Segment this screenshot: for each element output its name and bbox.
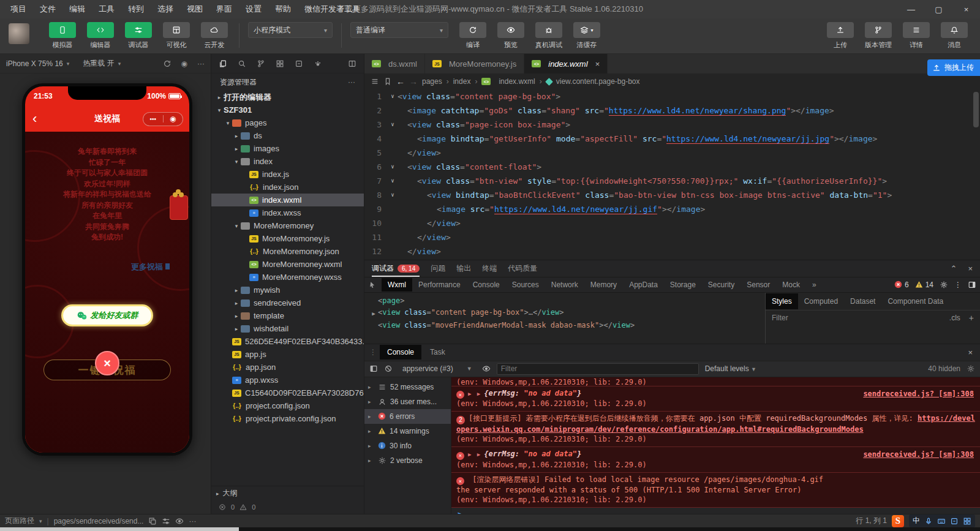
menu-item[interactable]: 视图 [181,2,208,17]
files-icon[interactable] [219,59,227,68]
devtools-tab-sensor[interactable]: Sensor [741,278,776,292]
cls-toggle[interactable]: .cls [949,314,960,322]
more-icon[interactable]: ··· [189,517,196,525]
toolbar-button-cloud[interactable]: 云开发 [198,22,230,50]
devtools-tab-storage[interactable]: Storage [664,278,702,292]
styles-tab-dataset[interactable]: Dataset [844,293,881,309]
devtools-tab-memory[interactable]: Memory [584,278,623,292]
drag-grip-icon[interactable]: ⋮ [369,348,376,356]
tree-item-index.wxss[interactable]: ≡index.wxss [211,206,364,219]
console-prompt[interactable]: > [451,508,980,514]
capsule-menu[interactable]: ••• ◉ [143,112,183,126]
editor-tab-ds.wxml[interactable]: <>ds.wxml [364,54,425,73]
tree-item-template[interactable]: ▸template [211,309,364,322]
menu-item[interactable]: 转到 [123,2,149,17]
styles-tab-styles[interactable]: Styles [766,293,798,309]
tab-debugger[interactable]: 调试器 6, 14 [372,260,420,277]
toolbar-button-phone[interactable]: 模拟器 [47,22,78,50]
source-control-icon[interactable] [257,59,265,68]
breadcrumb-item[interactable]: view.content.page-bg-box [556,77,640,86]
menu-item[interactable]: 工具 [93,2,120,17]
device-select[interactable]: iPhone X 75% 16 [6,59,63,68]
split-editor-icon[interactable] [348,59,356,68]
toolbar-button-eye[interactable]: 预览 [495,22,527,50]
close-console-icon[interactable]: × [968,348,978,357]
toolbar-button-layers[interactable]: ▾清缓存 [571,22,603,50]
eye-icon[interactable] [175,517,184,525]
tree-item-project.config.json[interactable]: {..}project.config.json [211,399,364,412]
tree-item-index[interactable]: ▾index [211,155,364,168]
more-icon[interactable]: ··· [348,78,355,86]
devtools-tab-console[interactable]: Console [467,278,506,292]
tree-item-app.wxss[interactable]: ≡app.wxss [211,374,364,386]
tree-item-app.js[interactable]: JSapp.js [211,348,364,361]
tab-overflow-icon[interactable]: » [807,281,821,289]
wxml-tree-node[interactable]: <page> [369,295,765,307]
menu-item[interactable]: 帮助 [270,2,296,17]
tree-item-sendreceived[interactable]: ▸sendreceived [211,296,364,309]
sogou-input-logo[interactable]: S [892,515,904,527]
tree-item-MoreMoremoney.js[interactable]: JSMoreMoremoney.js [211,232,364,245]
microphone-icon[interactable] [924,517,933,525]
panel-tab-输出[interactable]: 输出 [456,263,471,274]
outline-list-icon[interactable] [371,77,379,86]
tree-item-[interactable]: ▸打开的编辑器 [211,91,364,104]
tree-item-MoreMoremoney.wxss[interactable]: ≡MoreMoremoney.wxss [211,271,364,284]
capsule-close-icon[interactable]: ◉ [170,115,176,123]
tree-item-SZF301[interactable]: ▾SZF301 [211,104,364,116]
dock-panel-icon[interactable] [968,281,976,289]
back-icon[interactable]: ‹ [32,112,37,126]
scrollbar[interactable] [973,92,979,127]
source-link[interactable]: sendreceived.js? [sm]:308 [863,389,974,399]
devtools-tab-mock[interactable]: Mock [776,278,806,292]
devtools-tab-performance[interactable]: Performance [412,278,467,292]
styles-filter-input[interactable]: Filter [772,314,788,322]
copy-icon[interactable] [148,517,157,525]
tree-item-MoreMoremoney.json[interactable]: {..}MoreMoremoney.json [211,245,364,258]
share-button[interactable]: 发给好友或群 [61,304,153,326]
maximize-button[interactable]: ▢ [925,0,952,18]
toolbar-button-layout[interactable]: 可视化 [160,22,192,50]
console-filter-info[interactable]: ▸30 info [364,439,451,453]
collapse-panel-icon[interactable]: ⌃ [951,264,957,273]
bookmark-icon[interactable] [383,77,392,86]
compile-select[interactable]: 普通编译▾ [350,22,448,38]
toolbar-button-branch[interactable]: 版本管理 [862,22,894,50]
styles-tab-component-data[interactable]: Component Data [881,293,949,309]
menu-item[interactable]: 编辑 [64,2,91,17]
wxml-element-tree[interactable]: <page>▶<view class="content page-bg-box"… [364,293,766,344]
eye-icon[interactable] [482,364,491,373]
avatar[interactable] [9,23,29,44]
minimize-button[interactable]: — [897,0,925,18]
close-button[interactable]: × [952,0,980,18]
tree-item-pages[interactable]: ▾pages [211,116,364,129]
toolbar-button-bell[interactable]: 消息 [938,22,970,50]
menu-item[interactable]: 选择 [152,2,179,17]
editor-tab-MoreMoremoney.js[interactable]: JSMoreMoremoney.js [425,54,524,73]
kebab-menu-icon[interactable]: ⋮ [954,281,962,289]
toolbar-button-upload[interactable]: 上传 [824,22,856,50]
wxml-tree-node[interactable]: ▶<view class="content page-bg-box">…</vi… [369,307,765,320]
add-style-icon[interactable]: + [969,313,974,323]
styles-tab-computed[interactable]: Computed [798,293,844,309]
toolbar-button-list[interactable]: 详情 [900,22,932,50]
hot-reload-toggle[interactable]: 热重载 开 [83,58,114,69]
tree-item-images[interactable]: ▸images [211,142,364,155]
console-filter-input[interactable] [497,363,699,375]
close-tab-icon[interactable]: × [595,59,600,69]
clear-console-icon[interactable] [384,364,393,373]
tree-item-ds[interactable]: ▸ds [211,129,364,142]
devtools-tab-wxml[interactable]: Wxml [382,278,412,292]
devtools-tab-appdata[interactable]: AppData [623,278,664,292]
console-tab-task[interactable]: Task [423,345,453,360]
compile-condition-icon[interactable] [162,517,170,525]
more-icon[interactable]: ··· [197,59,205,68]
code-editor[interactable]: 1∨<view class="content page-bg-box">2<im… [364,89,980,260]
menu-item[interactable]: 界面 [211,2,238,17]
extensions-icon[interactable] [276,59,284,68]
console-filter-warning[interactable]: ▸14 warnings [364,424,451,439]
record-icon[interactable]: ◉ [181,59,187,68]
tree-item-index.wxml[interactable]: <>index.wxml [211,194,364,206]
panel-tab-代码质量[interactable]: 代码质量 [508,263,537,274]
keyboard-icon[interactable] [937,517,946,525]
